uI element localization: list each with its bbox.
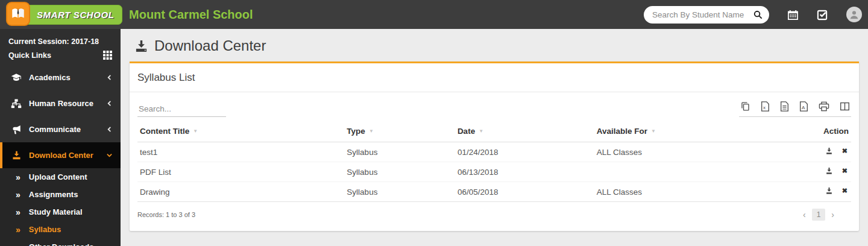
school-name: Mount Carmel School — [129, 8, 253, 22]
available-for-cell: ALL Classes — [594, 142, 776, 162]
table-search-input[interactable] — [137, 102, 226, 117]
download-icon — [134, 39, 148, 53]
sidebar-item-label: Download Center — [29, 151, 107, 160]
double-chevron-icon: » — [16, 243, 20, 246]
table-footer: Records: 1 to 3 of 3 ‹ 1 › — [130, 202, 859, 231]
csv-icon[interactable] — [780, 101, 789, 112]
download-icon — [11, 150, 22, 161]
content-title-link[interactable]: Drawing — [137, 182, 344, 202]
quick-links[interactable]: Quick Links — [0, 48, 121, 62]
sidebar-item-communicate[interactable]: Communicate — [0, 116, 121, 142]
available-for-cell: ALL Classes — [594, 182, 776, 202]
sidebar-item-study-material[interactable]: » Study Material — [0, 203, 121, 221]
sidebar-item-download-center[interactable]: Download Center — [0, 142, 121, 168]
page-title: Download Center — [134, 37, 859, 54]
column-header-type[interactable]: Type▼ — [344, 119, 455, 142]
sidebar-item-academics[interactable]: Academics — [0, 65, 121, 90]
column-header-date[interactable]: Date▼ — [455, 119, 594, 142]
pagination-prev-icon[interactable]: ‹ — [803, 210, 806, 219]
card-title: Syllabus List — [130, 63, 859, 92]
row-download-icon[interactable] — [825, 147, 833, 155]
current-session: Current Session: 2017-18 — [0, 29, 121, 48]
main-content: Download Center Syllabus List — [121, 29, 868, 246]
export-buttons: x A — [739, 101, 851, 117]
double-chevron-icon: » — [16, 173, 20, 181]
table-toolbar: x A — [130, 92, 859, 117]
quick-links-label: Quick Links — [8, 51, 51, 60]
table-header-row: Content Title▼ Type▼ Date▼ Available For… — [137, 119, 851, 142]
submenu-item-label: Upload Content — [29, 172, 87, 181]
header-actions — [644, 6, 868, 24]
table-row: Drawing Syllabus 06/05/2018 ALL Classes … — [137, 182, 851, 202]
svg-text:A: A — [802, 105, 805, 110]
pagination-page-1[interactable]: 1 — [812, 209, 826, 221]
sidebar-item-other-downloads[interactable]: » Other Downloads — [0, 238, 121, 246]
type-cell: Syllabus — [344, 162, 455, 182]
sitemap-icon — [11, 98, 22, 109]
grid-icon[interactable] — [103, 51, 112, 60]
sort-icon: ▼ — [479, 128, 483, 134]
svg-text:x: x — [763, 105, 766, 110]
sidebar-item-assignments[interactable]: » Assignments — [0, 186, 121, 203]
avatar[interactable] — [846, 7, 862, 22]
content-title-link[interactable]: test1 — [137, 142, 344, 162]
submenu-item-label: Syllabus — [29, 225, 61, 234]
type-cell: Syllabus — [344, 182, 455, 202]
logo-pill: SMART SCHOOL — [16, 5, 122, 25]
calendar-icon[interactable] — [787, 9, 799, 20]
syllabus-card: Syllabus List x — [130, 62, 859, 231]
top-header: SMART SCHOOL Mount Carmel School — [0, 0, 868, 29]
row-download-icon[interactable] — [825, 167, 833, 175]
column-header-available-for[interactable]: Available For▼ — [594, 119, 776, 142]
column-header-action: Action — [776, 119, 851, 142]
logo-zone: SMART SCHOOL — [0, 5, 121, 25]
submenu-item-label: Assignments — [29, 190, 78, 199]
content-title-link[interactable]: PDF List — [137, 162, 344, 182]
sidebar-item-human-resource[interactable]: Human Resource — [0, 90, 121, 116]
sort-icon: ▼ — [369, 128, 374, 134]
pagination-next-icon[interactable]: › — [831, 210, 834, 219]
smart-school-logo[interactable]: SMART SCHOOL — [6, 5, 122, 25]
pdf-icon[interactable]: A — [799, 101, 808, 112]
student-search — [644, 6, 769, 24]
download-center-submenu: » Upload Content » Assignments » Study M… — [0, 168, 121, 246]
sidebar-item-label: Human Resource — [29, 99, 107, 108]
sort-icon: ▼ — [651, 128, 656, 134]
column-header-content-title[interactable]: Content Title▼ — [137, 119, 344, 142]
sidebar-item-upload-content[interactable]: » Upload Content — [0, 168, 121, 186]
row-delete-icon[interactable]: ✖ — [842, 148, 848, 154]
row-delete-icon[interactable]: ✖ — [842, 168, 848, 174]
row-download-icon[interactable] — [825, 187, 833, 195]
graduation-cap-icon — [11, 72, 22, 83]
row-delete-icon[interactable]: ✖ — [842, 188, 848, 194]
syllabus-table: Content Title▼ Type▼ Date▼ Available For… — [137, 119, 851, 202]
table-row: test1 Syllabus 01/24/2018 ALL Classes ✖ — [137, 142, 851, 162]
table-row: PDF List Syllabus 06/13/2018 ✖ — [137, 162, 851, 182]
tasks-icon[interactable] — [817, 9, 828, 20]
page-title-text: Download Center — [154, 37, 266, 54]
chevron-left-icon — [107, 101, 112, 106]
submenu-item-label: Other Downloads — [29, 242, 94, 246]
sidebar-item-syllabus[interactable]: » Syllabus — [0, 221, 121, 238]
search-icon[interactable] — [753, 10, 769, 19]
type-cell: Syllabus — [344, 142, 455, 162]
excel-icon[interactable]: x — [761, 101, 770, 112]
chevron-left-icon — [107, 127, 112, 132]
print-icon[interactable] — [819, 101, 829, 112]
date-cell: 06/05/2018 — [455, 182, 594, 202]
sidebar: Current Session: 2017-18 Quick Links — [0, 29, 121, 246]
double-chevron-icon: » — [16, 208, 20, 216]
logo-text: SMART SCHOOL — [37, 10, 115, 20]
date-cell: 01/24/2018 — [455, 142, 594, 162]
double-chevron-icon: » — [16, 191, 20, 199]
columns-icon[interactable] — [840, 101, 850, 112]
student-search-input[interactable] — [644, 10, 753, 19]
sidebar-menu: Academics Human Resource — [0, 65, 121, 246]
open-book-icon — [6, 2, 30, 26]
copy-icon[interactable] — [740, 101, 750, 112]
submenu-item-label: Study Material — [29, 207, 83, 216]
records-info: Records: 1 to 3 of 3 — [137, 211, 195, 218]
pagination: ‹ 1 › — [803, 209, 851, 221]
chevron-left-icon — [107, 75, 112, 80]
bullhorn-icon — [11, 124, 22, 135]
